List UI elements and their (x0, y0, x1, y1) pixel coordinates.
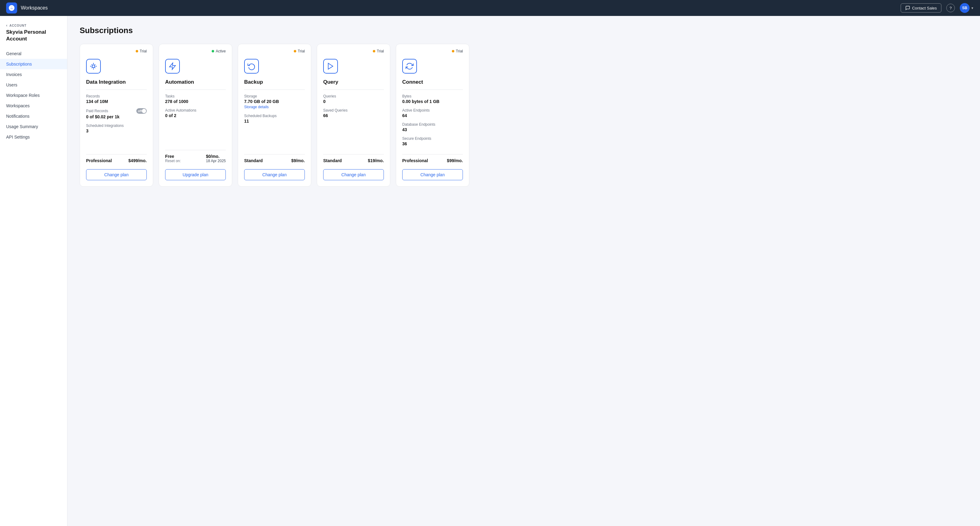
status-dot-data-integration (136, 50, 138, 53)
stat-label-automation-1: Active Automations (165, 108, 226, 113)
card-icon-area-data-integration (80, 56, 153, 77)
status-dot-automation (212, 50, 214, 53)
topnav: Workspaces Contact Sales ? SB ▼ (0, 0, 980, 16)
divider-top-query (323, 89, 384, 90)
toggle-data-integration-1[interactable]: off (136, 108, 147, 114)
topnav-left: Workspaces (6, 2, 48, 13)
plan-row-data-integration: Professional $499/mo. (80, 158, 153, 166)
stat-value-data-integration-1: 0 of $0.02 per 1k (86, 114, 147, 119)
plan-price-connect: $99/mo. (447, 158, 463, 163)
status-badge-data-integration: Trial (136, 49, 147, 53)
sidebar-item-workspace-roles[interactable]: Workspace Roles (0, 90, 67, 100)
stat-label-query-1: Saved Queries (323, 108, 384, 113)
contact-sales-button[interactable]: Contact Sales (900, 3, 942, 13)
action-button-query[interactable]: Change plan (323, 169, 384, 180)
stat-item-query-0: Queries 0 (323, 94, 384, 104)
stat-value-data-integration-0: 134 of 10M (86, 99, 147, 104)
svg-marker-1 (169, 63, 175, 70)
help-button[interactable]: ? (946, 4, 955, 12)
sidebar-link-workspace-roles[interactable]: Workspace Roles (0, 90, 67, 100)
sidebar-link-users[interactable]: Users (0, 80, 67, 90)
stat-label-data-integration-1: Paid Records off (86, 108, 147, 114)
status-label-data-integration: Trial (140, 49, 147, 53)
plan-row-automation: Free Reset on: $0/mo. 18 Apr 2025 (159, 154, 232, 166)
sidebar-item-usage-summary[interactable]: Usage Summary (0, 121, 67, 132)
card-action-query: Change plan (317, 166, 390, 186)
action-button-data-integration[interactable]: Change plan (86, 169, 147, 180)
sidebar-item-workspaces[interactable]: Workspaces (0, 100, 67, 111)
query-icon (323, 59, 338, 73)
stat-item-query-1: Saved Queries 66 (323, 108, 384, 118)
user-dropdown[interactable]: SB ▼ (960, 3, 974, 13)
card-action-automation: Upgrade plan (159, 166, 232, 186)
sidebar-item-notifications[interactable]: Notifications (0, 111, 67, 121)
sidebar-link-api-settings[interactable]: API Settings (0, 132, 67, 142)
sidebar-link-workspaces[interactable]: Workspaces (0, 100, 67, 111)
subscription-card-connect: Trial Connect Bytes 0.00 bytes of 1 GB A… (396, 44, 469, 186)
stat-label-data-integration-2: Scheduled Integrations (86, 124, 147, 128)
sidebar-link-general[interactable]: General (0, 48, 67, 59)
sidebar-item-general[interactable]: General (0, 48, 67, 59)
action-button-backup[interactable]: Change plan (244, 169, 305, 180)
user-avatar: SB (960, 3, 970, 13)
plan-price-backup: $9/mo. (291, 158, 305, 163)
card-header-backup: Trial (238, 44, 311, 56)
divider-footer-backup (244, 154, 305, 155)
card-header-automation: Active (159, 44, 232, 56)
card-action-data-integration: Change plan (80, 166, 153, 186)
card-header-data-integration: Trial (80, 44, 153, 56)
divider-top-backup (244, 89, 305, 90)
card-header-query: Trial (317, 44, 390, 56)
status-dot-connect (452, 50, 454, 53)
sidebar-link-invoices[interactable]: Invoices (0, 69, 67, 80)
card-stats-connect: Bytes 0.00 bytes of 1 GB Active Endpoint… (396, 94, 469, 150)
stat-value-automation-1: 0 of 2 (165, 113, 226, 118)
card-stats-data-integration: Records 134 of 10M Paid Records off 0 of… (80, 94, 153, 150)
status-label-automation: Active (216, 49, 226, 53)
card-action-backup: Change plan (238, 166, 311, 186)
plan-name-connect: Professional (402, 158, 428, 163)
cards-container: Trial Data Integration Records 134 of 10… (80, 44, 968, 186)
card-icon-area-backup (238, 56, 311, 77)
stat-value-query-1: 66 (323, 113, 384, 118)
stat-value-connect-3: 36 (402, 141, 463, 146)
sidebar-link-notifications[interactable]: Notifications (0, 111, 67, 121)
status-label-backup: Trial (298, 49, 305, 53)
card-header-connect: Trial (396, 44, 469, 56)
chevron-down-icon: ▼ (971, 6, 974, 10)
service-name-data-integration: Data Integration (80, 77, 153, 85)
status-badge-automation: Active (212, 49, 226, 53)
stat-item-automation-1: Active Automations 0 of 2 (165, 108, 226, 118)
workspace-name: Skyvia Personal Account (0, 29, 67, 48)
divider-top-data-integration (86, 89, 147, 90)
plan-name-backup: Standard (244, 158, 263, 163)
sidebar-item-invoices[interactable]: Invoices (0, 69, 67, 80)
back-arrow-icon[interactable]: ‹ (6, 23, 8, 27)
stat-label-connect-3: Secure Endpoints (402, 136, 463, 141)
action-button-connect[interactable]: Change plan (402, 169, 463, 180)
action-button-automation[interactable]: Upgrade plan (165, 169, 226, 180)
automation-icon (165, 59, 180, 73)
stat-link-backup-0[interactable]: Storage details (244, 105, 269, 109)
stat-value-automation-0: 278 of 1000 (165, 99, 226, 104)
connect-icon (402, 59, 417, 73)
service-name-automation: Automation (159, 77, 232, 85)
card-stats-backup: Storage 7.70 GB of 20 GB Storage details… (238, 94, 311, 150)
sidebar-item-users[interactable]: Users (0, 80, 67, 90)
sidebar-item-subscriptions[interactable]: Subscriptions (0, 59, 67, 69)
stat-item-backup-0: Storage 7.70 GB of 20 GB Storage details (244, 94, 305, 110)
plan-price-automation: $0/mo. (206, 154, 226, 159)
topnav-right: Contact Sales ? SB ▼ (900, 3, 974, 13)
stat-value-query-0: 0 (323, 99, 384, 104)
sidebar-item-api-settings[interactable]: API Settings (0, 132, 67, 142)
stat-item-backup-1: Scheduled Backups 11 (244, 114, 305, 124)
sidebar-link-usage-summary[interactable]: Usage Summary (0, 121, 67, 132)
plan-price-query: $19/mo. (368, 158, 384, 163)
sidebar-link-subscriptions[interactable]: Subscriptions (0, 59, 67, 69)
layout: ‹ ACCOUNT Skyvia Personal Account Genera… (0, 16, 980, 526)
divider-footer-connect (402, 154, 463, 155)
subscription-card-query: Trial Query Queries 0 Saved Queries 66 S… (317, 44, 390, 186)
card-stats-query: Queries 0 Saved Queries 66 (317, 94, 390, 150)
stat-label-data-integration-0: Records (86, 94, 147, 99)
stat-label-connect-2: Database Endpoints (402, 122, 463, 127)
